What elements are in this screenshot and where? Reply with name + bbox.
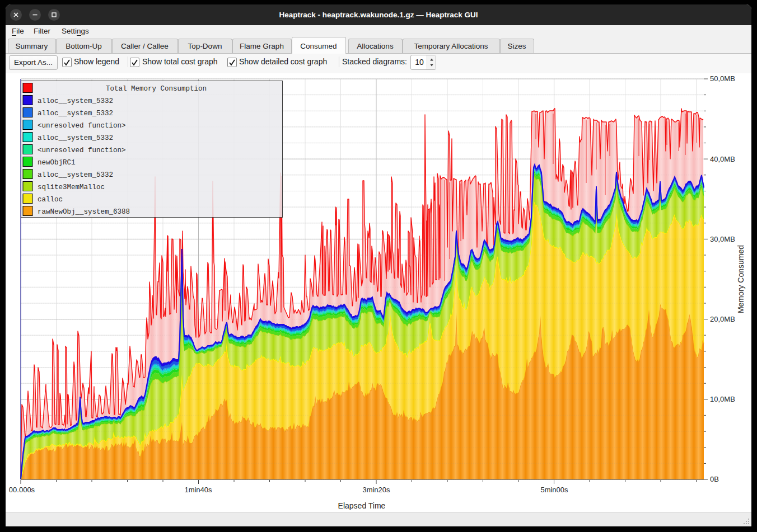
svg-text:alloc__system_5332: alloc__system_5332 — [38, 110, 113, 117]
svg-text:0B: 0B — [710, 475, 719, 483]
svg-text:Memory Consumed: Memory Consumed — [736, 245, 745, 313]
svg-text:10,0MB: 10,0MB — [710, 395, 735, 403]
svg-text:00.000s: 00.000s — [9, 486, 35, 494]
svg-text:<unresolved function>: <unresolved function> — [38, 122, 126, 130]
svg-text:3min20s: 3min20s — [362, 486, 390, 494]
svg-text:40,0MB: 40,0MB — [710, 155, 735, 163]
svg-text:1min40s: 1min40s — [184, 486, 212, 494]
svg-text:<unresolved function>: <unresolved function> — [38, 147, 126, 154]
svg-text:calloc: calloc — [38, 196, 63, 204]
svg-text:50,0MB: 50,0MB — [710, 74, 735, 83]
svg-text:alloc__system_5332: alloc__system_5332 — [38, 171, 113, 179]
svg-text:rawNewObj__system_6388: rawNewObj__system_6388 — [38, 208, 130, 216]
svg-text:20,0MB: 20,0MB — [710, 315, 735, 323]
svg-text:alloc__system_5332: alloc__system_5332 — [38, 134, 113, 142]
svg-text:sqlite3MemMalloc: sqlite3MemMalloc — [38, 183, 105, 191]
svg-text:alloc__system_5332: alloc__system_5332 — [38, 97, 113, 105]
svg-text:Total Memory Consumption: Total Memory Consumption — [106, 85, 207, 93]
svg-text:Elapsed Time: Elapsed Time — [338, 501, 386, 510]
svg-text:5min00s: 5min00s — [540, 486, 568, 494]
svg-text:30,0MB: 30,0MB — [710, 235, 735, 243]
svg-text:newObjRC1: newObjRC1 — [38, 159, 76, 167]
